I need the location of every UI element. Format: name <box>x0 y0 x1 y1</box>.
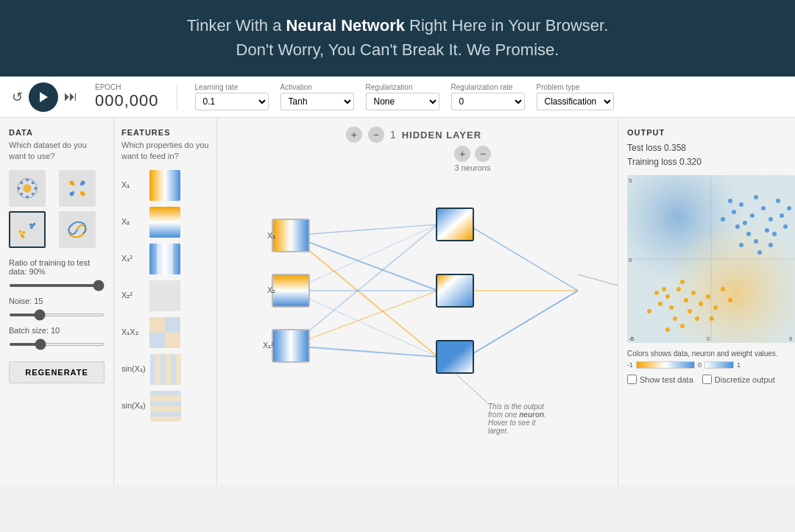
ratio-slider-section: Ratio of training to test data: 90% <box>9 258 105 289</box>
dataset-grid <box>9 170 105 248</box>
gradient-bar <box>636 361 695 369</box>
legend-gradient: -1 0 1 <box>627 361 786 369</box>
svg-point-114 <box>768 217 773 221</box>
feature-x1[interactable]: X₁ <box>121 170 209 201</box>
features-subtitle: Which properties do you want to feed in? <box>121 140 209 163</box>
feature-x2sq-label: X₂² <box>121 291 145 300</box>
svg-rect-29 <box>149 207 180 238</box>
svg-rect-48 <box>150 411 181 416</box>
ratio-slider[interactable] <box>9 284 105 287</box>
add-neuron-button[interactable]: + <box>454 146 470 162</box>
svg-rect-49 <box>150 396 181 401</box>
svg-line-61 <box>467 224 578 291</box>
remove-neuron-button[interactable]: − <box>475 146 491 162</box>
svg-rect-74 <box>437 209 473 240</box>
svg-rect-46 <box>150 391 181 396</box>
reg-rate-select[interactable]: 00.0010.010.11 <box>451 93 525 110</box>
add-layer-button[interactable]: + <box>346 127 362 143</box>
problem-type-label: Problem type <box>537 83 614 91</box>
svg-point-111 <box>761 206 766 210</box>
dataset-circles[interactable] <box>9 170 46 207</box>
feature-x2[interactable]: X₂ <box>121 207 209 238</box>
show-test-checkbox[interactable] <box>627 375 637 384</box>
svg-rect-41 <box>171 354 176 385</box>
feature-x2sq[interactable]: X₂² <box>121 280 209 311</box>
svg-point-8 <box>26 178 29 181</box>
header: Tinker With a Neural Network Right Here … <box>0 0 795 77</box>
noise-slider[interactable] <box>9 313 105 316</box>
svg-point-124 <box>783 224 788 229</box>
gradient-min: -1 <box>627 361 633 369</box>
feature-sinx1[interactable]: sin(X₁) <box>121 354 209 385</box>
svg-point-89 <box>676 287 681 291</box>
feature-sinx2[interactable]: sin(X₂) <box>121 391 209 422</box>
feature-sinx2-thumb <box>150 391 181 422</box>
svg-point-7 <box>32 192 35 195</box>
svg-point-19 <box>71 191 74 194</box>
batch-slider-section: Batch size: 10 <box>9 326 105 348</box>
data-panel-title: DATA <box>9 128 105 137</box>
dataset-spiral[interactable] <box>59 211 96 248</box>
regularization-select[interactable]: NoneL1L2 <box>366 93 439 110</box>
svg-rect-71 <box>273 330 308 361</box>
svg-point-119 <box>735 224 740 229</box>
reset-button[interactable]: ↺ <box>12 89 23 105</box>
dataset-two-clusters[interactable] <box>9 211 46 248</box>
remove-layer-button[interactable]: − <box>368 127 384 143</box>
discretize-checkbox[interactable] <box>702 375 712 384</box>
feature-x1sq-thumb <box>149 244 180 274</box>
svg-line-59 <box>291 291 438 346</box>
svg-point-101 <box>647 309 651 313</box>
feature-x1sq[interactable]: X₁² <box>121 244 209 274</box>
svg-point-115 <box>732 210 736 214</box>
svg-rect-28 <box>149 170 180 201</box>
svg-line-60 <box>291 346 438 357</box>
svg-line-54 <box>291 235 438 357</box>
show-test-label[interactable]: Show test data <box>627 375 693 384</box>
svg-point-109 <box>750 213 755 218</box>
hidden-layers-count: 1 <box>390 129 396 141</box>
feature-sinx1-label: sin(X₁) <box>121 364 146 374</box>
output-legend: Colors shows data, neuron and weight val… <box>627 349 786 369</box>
feature-x1x2[interactable]: X₁X₂ <box>121 317 209 348</box>
epoch-section: Epoch 000,000 <box>95 83 159 110</box>
activation-label: Activation <box>280 83 354 91</box>
svg-line-79 <box>455 373 490 405</box>
svg-point-97 <box>654 291 659 295</box>
svg-point-105 <box>721 287 725 291</box>
output-viz: 5 0 -5 0 6 -6 <box>627 175 795 343</box>
svg-point-128 <box>787 206 791 210</box>
svg-point-102 <box>695 316 699 321</box>
svg-rect-65 <box>273 220 308 251</box>
svg-point-6 <box>21 192 24 195</box>
svg-point-18 <box>80 182 83 185</box>
neurons-count-label: 3 neurons <box>455 163 491 172</box>
svg-text:0: 0 <box>707 336 710 342</box>
batch-slider[interactable] <box>9 343 105 346</box>
svg-point-9 <box>18 187 21 190</box>
svg-point-118 <box>746 232 751 236</box>
svg-text:X₁: X₁ <box>267 231 275 240</box>
problem-type-select[interactable]: ClassificationRegression <box>537 93 614 110</box>
activation-select[interactable]: TanhReLUSigmoidLinear <box>280 93 354 110</box>
svg-text:6: 6 <box>789 336 793 342</box>
gradient-max: 1 <box>737 361 741 369</box>
svg-point-117 <box>765 228 769 233</box>
gradient-mid: 0 <box>698 361 702 369</box>
svg-point-26 <box>33 222 36 225</box>
step-button[interactable]: ⏭ <box>64 89 77 104</box>
dataset-xor[interactable] <box>59 170 96 207</box>
svg-rect-50 <box>150 406 181 411</box>
play-button[interactable] <box>29 82 58 112</box>
svg-point-127 <box>739 243 743 247</box>
svg-line-84 <box>578 274 618 291</box>
svg-point-106 <box>710 316 714 321</box>
ratio-label: Ratio of training to test data: 90% <box>9 258 105 276</box>
output-canvas: 5 0 -5 0 6 -6 <box>627 175 795 343</box>
feature-x2-label: X₂ <box>121 217 145 227</box>
svg-text:5: 5 <box>629 177 632 184</box>
regenerate-button[interactable]: REGENERATE <box>9 361 105 383</box>
discretize-label[interactable]: Discretize output <box>702 375 775 384</box>
learning-rate-select[interactable]: 0.10.010.0010.030.31 <box>195 93 269 110</box>
feature-x1x2-thumb <box>149 317 180 348</box>
